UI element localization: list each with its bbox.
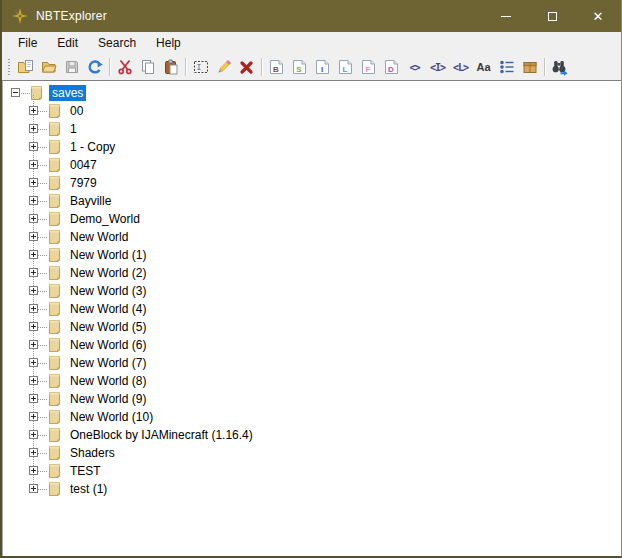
compound-tag-button[interactable]: [518, 56, 541, 78]
int-tag-button[interactable]: I: [311, 56, 334, 78]
expand-toggle-icon[interactable]: [29, 142, 38, 151]
menu-edit[interactable]: Edit: [47, 33, 88, 53]
close-button[interactable]: ✕: [575, 0, 621, 32]
collapse-toggle-icon[interactable]: [11, 88, 20, 97]
tree-item-label[interactable]: Bayville: [67, 193, 114, 209]
menu-help[interactable]: Help: [146, 33, 191, 53]
open-nbt-file-button[interactable]: [14, 56, 37, 78]
save-button[interactable]: [60, 56, 83, 78]
tree-item-label[interactable]: New World (5): [67, 319, 149, 335]
minimize-button[interactable]: [483, 0, 529, 32]
tree-item[interactable]: 00: [3, 102, 621, 120]
tree-item[interactable]: New World (9): [3, 390, 621, 408]
expand-toggle-icon[interactable]: [29, 376, 38, 385]
expand-toggle-icon[interactable]: [29, 286, 38, 295]
tree-item[interactable]: Demo_World: [3, 210, 621, 228]
tree-item[interactable]: 0047: [3, 156, 621, 174]
copy-button[interactable]: [136, 56, 159, 78]
tree-item-label[interactable]: New World (10): [67, 409, 156, 425]
tree-item[interactable]: New World (1): [3, 246, 621, 264]
tree-item-label[interactable]: 1: [67, 121, 80, 137]
tree-item[interactable]: New World (10): [3, 408, 621, 426]
tree-item[interactable]: New World: [3, 228, 621, 246]
tree-item[interactable]: New World (8): [3, 372, 621, 390]
tree-item-label[interactable]: New World (6): [67, 337, 149, 353]
tree-item-label[interactable]: 1 - Copy: [67, 139, 118, 155]
tree-item-label[interactable]: Demo_World: [67, 211, 143, 227]
tree-item[interactable]: 1: [3, 120, 621, 138]
tree-item[interactable]: New World (5): [3, 318, 621, 336]
int-array-tag-button[interactable]: <I>: [426, 56, 449, 78]
tree-item[interactable]: 7979: [3, 174, 621, 192]
search-button[interactable]: [548, 56, 571, 78]
expand-toggle-icon[interactable]: [29, 124, 38, 133]
tree-item[interactable]: New World (7): [3, 354, 621, 372]
expand-toggle-icon[interactable]: [29, 394, 38, 403]
open-folder-button[interactable]: [37, 56, 60, 78]
menu-file[interactable]: File: [8, 33, 47, 53]
expand-toggle-icon[interactable]: [29, 196, 38, 205]
tree-item-label[interactable]: New World (1): [67, 247, 149, 263]
expand-toggle-icon[interactable]: [29, 484, 38, 493]
tree-item-label[interactable]: TEST: [67, 463, 104, 479]
tree-item[interactable]: New World (4): [3, 300, 621, 318]
tree-item-label[interactable]: New World (8): [67, 373, 149, 389]
tree-item[interactable]: New World (6): [3, 336, 621, 354]
paste-button[interactable]: [159, 56, 182, 78]
tree-item-root[interactable]: saves: [3, 84, 621, 102]
tree-item-label[interactable]: Shaders: [67, 445, 118, 461]
tree-item-label[interactable]: OneBlock by IJAMinecraft (1.16.4): [67, 427, 256, 443]
tree-item-label[interactable]: New World (9): [67, 391, 149, 407]
tree-item[interactable]: test (1): [3, 480, 621, 498]
rename-button[interactable]: [189, 56, 212, 78]
expand-toggle-icon[interactable]: [29, 214, 38, 223]
expand-toggle-icon[interactable]: [29, 466, 38, 475]
tree-item-label[interactable]: New World (2): [67, 265, 149, 281]
tree-item-label[interactable]: 7979: [67, 175, 100, 191]
tree-item-label[interactable]: New World: [67, 229, 131, 245]
tree-item-label[interactable]: test (1): [67, 481, 110, 497]
expand-toggle-icon[interactable]: [29, 322, 38, 331]
tree-item[interactable]: New World (2): [3, 264, 621, 282]
long-tag-button[interactable]: L: [334, 56, 357, 78]
expand-toggle-icon[interactable]: [29, 358, 38, 367]
expand-toggle-icon[interactable]: [29, 448, 38, 457]
expand-toggle-icon[interactable]: [29, 340, 38, 349]
delete-button[interactable]: [235, 56, 258, 78]
short-tag-button[interactable]: S: [288, 56, 311, 78]
nbt-tree-view[interactable]: saves 00 1 1 - Cop: [2, 80, 621, 556]
byte-tag-button[interactable]: B: [265, 56, 288, 78]
float-tag-button[interactable]: F: [357, 56, 380, 78]
maximize-button[interactable]: [529, 0, 575, 32]
tree-item[interactable]: Bayville: [3, 192, 621, 210]
tree-item-label[interactable]: New World (7): [67, 355, 149, 371]
cut-button[interactable]: [113, 56, 136, 78]
double-tag-button[interactable]: D: [380, 56, 403, 78]
expand-toggle-icon[interactable]: [29, 160, 38, 169]
expand-toggle-icon[interactable]: [29, 430, 38, 439]
tree-item-label[interactable]: 0047: [67, 157, 100, 173]
tree-item[interactable]: 1 - Copy: [3, 138, 621, 156]
tree-item-label[interactable]: saves: [49, 85, 86, 101]
expand-toggle-icon[interactable]: [29, 250, 38, 259]
expand-toggle-icon[interactable]: [29, 412, 38, 421]
long-array-tag-button[interactable]: <L>: [449, 56, 472, 78]
menu-search[interactable]: Search: [88, 33, 146, 53]
list-tag-button[interactable]: [495, 56, 518, 78]
byte-array-tag-button[interactable]: <>: [403, 56, 426, 78]
tree-item-label[interactable]: New World (4): [67, 301, 149, 317]
string-tag-button[interactable]: Aa: [472, 56, 495, 78]
edit-value-button[interactable]: [212, 56, 235, 78]
tree-item-label[interactable]: New World (3): [67, 283, 149, 299]
tree-item-label[interactable]: 00: [67, 103, 86, 119]
tree-item[interactable]: New World (3): [3, 282, 621, 300]
tree-item[interactable]: Shaders: [3, 444, 621, 462]
toolbar-grip-handle[interactable]: [7, 59, 11, 75]
expand-toggle-icon[interactable]: [29, 268, 38, 277]
tree-item[interactable]: OneBlock by IJAMinecraft (1.16.4): [3, 426, 621, 444]
refresh-button[interactable]: [83, 56, 106, 78]
expand-toggle-icon[interactable]: [29, 232, 38, 241]
expand-toggle-icon[interactable]: [29, 178, 38, 187]
expand-toggle-icon[interactable]: [29, 106, 38, 115]
tree-item[interactable]: TEST: [3, 462, 621, 480]
